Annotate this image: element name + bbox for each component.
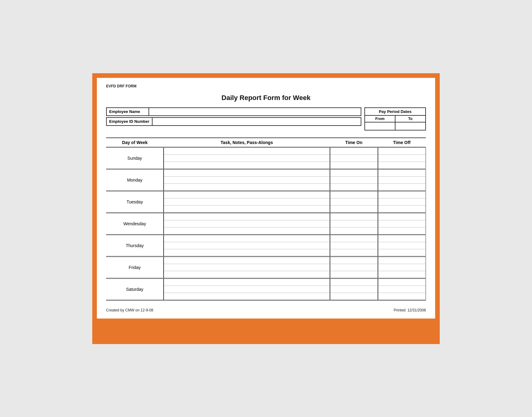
pay-period-fields-row: From To (364, 116, 426, 122)
col-header-timeoff: Time Off (378, 138, 426, 147)
day-cell-monday: Monday (106, 169, 164, 191)
tasks-cell-wendesday[interactable] (164, 213, 330, 235)
from-label: From (364, 116, 395, 122)
created-label: Created by CMW on 12-9-08 (106, 308, 153, 312)
tasks-cell-saturday[interactable] (164, 278, 330, 300)
timeoff-cell-monday[interactable] (378, 169, 426, 191)
day-cell-thursday: Thursday (106, 235, 164, 256)
day-cell-sunday: Sunday (106, 147, 164, 169)
table-row: Saturday (106, 278, 426, 300)
pay-period-inputs-row (364, 122, 426, 130)
pay-period-section: Pay Period Dates From To (364, 107, 426, 130)
table-header-row: Day of Week Task, Notes, Pass-Alongs Tim… (106, 138, 426, 147)
timeon-cell-wendesday[interactable] (330, 213, 378, 235)
timeon-cell-friday[interactable] (330, 256, 378, 278)
tasks-cell-tuesday[interactable] (164, 191, 330, 213)
pay-period-title: Pay Period Dates (364, 107, 426, 116)
timeon-cell-tuesday[interactable] (330, 191, 378, 213)
employee-name-row: Employee Name (106, 107, 361, 116)
col-header-tasks: Task, Notes, Pass-Alongs (164, 138, 330, 147)
day-cell-tuesday: Tuesday (106, 191, 164, 213)
timeoff-cell-wendesday[interactable] (378, 213, 426, 235)
timeoff-cell-friday[interactable] (378, 256, 426, 278)
table-row: Monday (106, 169, 426, 191)
tasks-cell-thursday[interactable] (164, 235, 330, 256)
table-row: Wendesday (106, 213, 426, 235)
watermark-label: EVFD DRF FORM (106, 84, 426, 88)
to-date-input[interactable] (395, 122, 426, 130)
day-cell-wendesday: Wendesday (106, 213, 164, 235)
printed-label: Printed: 12/31/2008 (394, 308, 426, 312)
timeoff-cell-tuesday[interactable] (378, 191, 426, 213)
timeon-cell-saturday[interactable] (330, 278, 378, 300)
table-row: Thursday (106, 235, 426, 256)
timeon-cell-thursday[interactable] (330, 235, 378, 256)
employee-name-input[interactable] (149, 107, 361, 116)
timeon-cell-monday[interactable] (330, 169, 378, 191)
table-row: Friday (106, 256, 426, 278)
day-cell-saturday: Saturday (106, 278, 164, 300)
timeoff-cell-sunday[interactable] (378, 147, 426, 169)
timeoff-cell-thursday[interactable] (378, 235, 426, 256)
table-row: Sunday (106, 147, 426, 169)
employee-section: Employee Name Employee ID Number (106, 107, 361, 126)
inner-border: EVFD DRF FORM Daily Report Form for Week… (96, 77, 436, 319)
footer-row: Created by CMW on 12-9-08 Printed: 12/31… (106, 308, 426, 312)
timeon-cell-sunday[interactable] (330, 147, 378, 169)
employee-id-row: Employee ID Number (106, 117, 361, 126)
from-date-input[interactable] (364, 122, 395, 130)
employee-name-label: Employee Name (106, 107, 149, 116)
employee-id-input[interactable] (153, 117, 361, 126)
day-cell-friday: Friday (106, 256, 164, 278)
outer-border: EVFD DRF FORM Daily Report Form for Week… (92, 73, 440, 344)
tasks-cell-sunday[interactable] (164, 147, 330, 169)
tasks-cell-monday[interactable] (164, 169, 330, 191)
to-label: To (395, 116, 426, 122)
form-title: Daily Report Form for Week (106, 94, 426, 102)
tasks-cell-friday[interactable] (164, 256, 330, 278)
table-row: Tuesday (106, 191, 426, 213)
timeoff-cell-saturday[interactable] (378, 278, 426, 300)
header-section: Employee Name Employee ID Number Pay Per… (106, 107, 426, 130)
main-table: Day of Week Task, Notes, Pass-Alongs Tim… (106, 137, 426, 301)
col-header-day: Day of Week (106, 138, 164, 147)
col-header-timeon: Time On (330, 138, 378, 147)
employee-id-label: Employee ID Number (106, 117, 153, 126)
